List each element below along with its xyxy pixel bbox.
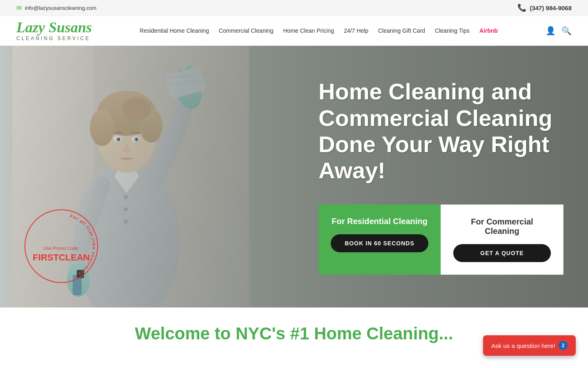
welcome-title: Welcome to NYC's #1 Home Cleaning... <box>41 324 547 343</box>
phone-contact[interactable]: 📞 (347) 984-9068 <box>517 3 572 12</box>
nav-residential[interactable]: Residential Home Cleaning <box>140 27 209 34</box>
svg-text:For all first time customers: For all first time customers <box>69 213 97 277</box>
top-bar: ✉ info@lazysusanscleaning.com 📞 (347) 98… <box>0 0 588 16</box>
phone-number: (347) 984-9068 <box>530 4 572 11</box>
phone-icon: 📞 <box>517 3 526 12</box>
promo-circle: For all first time customers Use Promo C… <box>24 209 98 283</box>
chat-label: Ask us a question here! <box>491 342 555 349</box>
cta-commercial-label: For Commercial Cleaning <box>453 217 551 236</box>
book-now-button[interactable]: BOOK IN 60 SECONDS <box>331 234 428 252</box>
cta-residential-label: For Residential Cleaning <box>332 217 427 226</box>
search-icon[interactable]: 🔍 <box>561 26 572 36</box>
nav-gift-card[interactable]: Cleaning Gift Card <box>378 27 425 34</box>
logo-subtitle: CLEANING SERVICE <box>16 36 90 41</box>
get-quote-button[interactable]: GET A QUOTE <box>453 244 551 262</box>
email-address: info@lazysusanscleaning.com <box>25 5 96 11</box>
main-nav: Residential Home Cleaning Commercial Cle… <box>140 27 498 34</box>
nav-airbnb[interactable]: Airbnb <box>479 27 498 34</box>
header: Lazy Susans CLEANING SERVICE Residential… <box>0 16 588 46</box>
nav-commercial[interactable]: Commercial Cleaning <box>219 27 274 34</box>
hero-content: Home Cleaning and Commercial Cleaning Do… <box>270 46 588 307</box>
logo[interactable]: Lazy Susans CLEANING SERVICE <box>16 20 92 41</box>
chat-bubble[interactable]: Ask us a question here! 2 <box>483 335 576 356</box>
promo-arc-svg: For all first time customers <box>25 210 99 284</box>
nav-tips[interactable]: Cleaning Tips <box>435 27 470 34</box>
cta-commercial-box: For Commercial Cleaning GET A QUOTE <box>441 204 564 275</box>
nav-icons: 👤 🔍 <box>546 26 572 36</box>
hero-section: For all first time customers Use Promo C… <box>0 46 588 307</box>
cta-boxes: For Residential Cleaning BOOK IN 60 SECO… <box>318 204 564 275</box>
hero-headline: Home Cleaning and Commercial Cleaning Do… <box>318 79 555 184</box>
chat-badge: 2 <box>559 341 568 350</box>
email-contact[interactable]: ✉ info@lazysusanscleaning.com <box>16 4 96 12</box>
logo-brand: Lazy Susans <box>16 20 92 35</box>
nav-pricing[interactable]: Home Clean Pricing <box>283 27 334 34</box>
cta-residential-box: For Residential Cleaning BOOK IN 60 SECO… <box>318 204 441 275</box>
email-icon: ✉ <box>16 4 22 12</box>
nav-help[interactable]: 24/7 Help <box>344 27 368 34</box>
user-icon[interactable]: 👤 <box>546 26 556 36</box>
